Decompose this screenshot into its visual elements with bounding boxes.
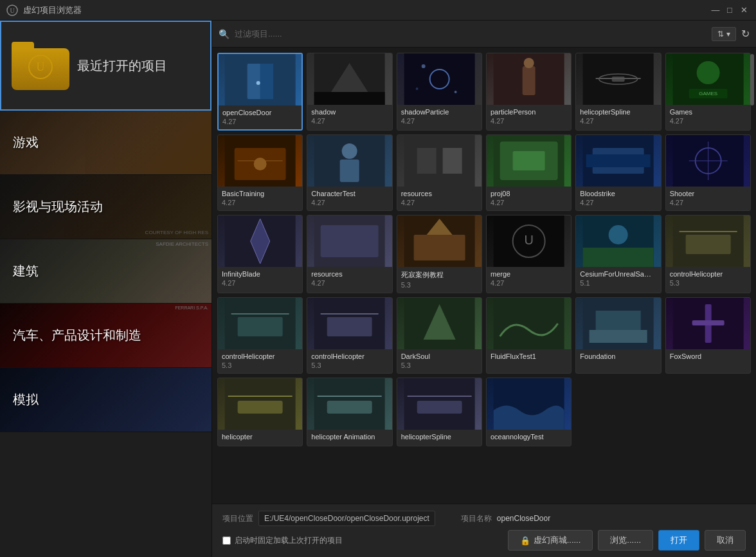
svg-point-14	[454, 91, 456, 93]
games-overlay: 游戏	[0, 111, 212, 174]
film-overlay: 影视与现场活动	[0, 175, 212, 239]
path-info-item: 项目位置 E:/UE4/openCloseDoor/openCloseDoor.…	[222, 511, 435, 526]
maximize-button[interactable]: □	[724, 5, 735, 16]
sidebar-item-arch[interactable]: SAFDIE ARCHITECTS 建筑	[0, 239, 212, 304]
project-thumb	[576, 135, 660, 187]
project-card-cesium[interactable]: CesiumForUnrealSamples 5.1	[575, 215, 661, 293]
search-icon: 🔍	[219, 29, 230, 39]
sidebar-item-arch-label: 建筑	[13, 262, 39, 280]
project-card-openclosedoor[interactable]: openCloseDoor 4.27	[217, 53, 303, 131]
path-label: 项目位置	[222, 513, 253, 524]
project-name: DarkSoul	[401, 352, 478, 360]
svg-rect-10	[314, 92, 385, 105]
project-card-infinityblade[interactable]: InfinityBlade 4.27	[217, 215, 303, 293]
project-card-charactertest[interactable]: CharacterTest 4.27	[307, 134, 392, 211]
project-thumb	[218, 135, 302, 187]
project-card-foxsword[interactable]: FoxSword	[665, 297, 751, 374]
project-card-shooter[interactable]: Shooter 4.27	[665, 134, 751, 211]
project-card-controlheli2[interactable]: controlHelicopter 5.3	[217, 297, 303, 374]
project-name: shadowParticle	[401, 108, 478, 116]
project-card-controlheli3[interactable]: controlHelicopter 5.3	[307, 297, 392, 374]
svg-rect-33	[340, 160, 359, 182]
store-button[interactable]: 🔒 虚幻商城......	[508, 530, 593, 551]
minimize-button[interactable]: —	[710, 5, 721, 16]
svg-rect-53	[413, 235, 465, 260]
project-info: merge 4.27	[487, 267, 571, 291]
project-grid: openCloseDoor 4.27 shadow 4.27 shadowPar…	[212, 48, 756, 504]
project-card-shadowparticle[interactable]: shadowParticle 4.27	[397, 53, 482, 131]
project-card-darksoul[interactable]: DarkSoul 5.3	[397, 297, 482, 374]
project-card-controlheli1[interactable]: controlHelicopter 5.3	[665, 215, 751, 293]
project-card-particleperson[interactable]: particlePerson 4.27	[486, 53, 572, 131]
sidebar-item-games[interactable]: 游戏	[0, 111, 212, 175]
svg-rect-59	[583, 248, 654, 267]
svg-text:U: U	[37, 60, 45, 73]
project-thumb: U	[487, 215, 571, 267]
project-name: helicopter	[222, 433, 298, 441]
bottom-bar: 项目位置 E:/UE4/openCloseDoor/openCloseDoor.…	[212, 504, 756, 557]
action-buttons: 🔒 虚幻商城...... 浏览...... 打开 取消	[508, 530, 746, 551]
project-card-bloodstrike[interactable]: Bloodstrike 4.27	[575, 134, 661, 211]
bottom-info: 项目位置 E:/UE4/openCloseDoor/openCloseDoor.…	[222, 511, 746, 526]
project-card-helicopterspline2[interactable]: helicopterSpline	[397, 378, 482, 446]
project-card-resources2[interactable]: resources 4.27	[307, 215, 392, 293]
project-card-resources[interactable]: resources 4.27	[397, 134, 482, 211]
sidebar-item-sim[interactable]: 模拟	[0, 368, 212, 432]
svg-rect-83	[327, 401, 372, 414]
svg-rect-17	[523, 66, 536, 95]
project-card-foundation[interactable]: Foundation	[575, 297, 661, 374]
svg-rect-39	[513, 151, 545, 170]
project-thumb	[487, 378, 571, 430]
sidebar-item-recent[interactable]: U 最近打开的项目	[0, 21, 212, 111]
project-name: proj08	[491, 190, 567, 197]
svg-text:U: U	[10, 7, 15, 14]
project-card-helicopter2[interactable]: helicopter	[217, 378, 303, 446]
search-input[interactable]	[235, 29, 706, 39]
refresh-button[interactable]: ↻	[741, 28, 750, 40]
project-card-oceannology[interactable]: oceannologyTest	[486, 378, 572, 446]
svg-rect-51	[321, 225, 379, 257]
project-name: resources	[311, 270, 388, 278]
svg-point-60	[609, 225, 628, 244]
close-button[interactable]: ✕	[738, 5, 750, 16]
project-card-shadow[interactable]: shadow 4.27	[307, 53, 392, 131]
project-name: Bloodstrike	[580, 190, 656, 197]
project-name: controlHelicopter	[311, 352, 388, 360]
scrollbar-track[interactable]	[750, 48, 755, 421]
svg-rect-11	[404, 53, 474, 105]
project-card-proj08[interactable]: proj08 4.27	[486, 134, 572, 211]
scrollbar-thumb[interactable]	[750, 54, 754, 105]
project-version: 4.27	[491, 199, 567, 206]
project-info: helicopterSpline	[397, 430, 482, 446]
project-thumb	[397, 298, 482, 349]
project-name: controlHelicopter	[670, 270, 746, 278]
project-card-helicopterspline[interactable]: helicopterSpline 4.27	[575, 53, 661, 131]
browse-button[interactable]: 浏览......	[598, 530, 653, 551]
project-card-basictraining[interactable]: BasicTraining 4.27	[217, 134, 303, 211]
project-name: Foundation	[580, 352, 656, 360]
sim-overlay: 模拟	[0, 368, 212, 432]
project-card-fluidflux[interactable]: FluidFluxTest1	[486, 297, 572, 374]
project-thumb	[218, 215, 302, 267]
project-card-helicopteranim[interactable]: helicopter Animation	[307, 378, 392, 446]
auto-overlay: 汽车、产品设计和制造	[0, 304, 212, 367]
cancel-button[interactable]: 取消	[705, 530, 746, 551]
project-name: CesiumForUnrealSamples	[580, 270, 656, 278]
project-card-case[interactable]: 死寂案例教程 5.3	[397, 215, 482, 293]
sort-button[interactable]: ⇅ ▾	[712, 27, 736, 41]
sidebar-item-auto[interactable]: FERRARI S.P.A. 汽车、产品设计和制造	[0, 304, 212, 368]
project-version: 4.27	[491, 117, 567, 125]
project-name: resources	[401, 190, 478, 197]
project-card-games[interactable]: GAMES Games 4.27	[665, 53, 751, 131]
project-card-merge[interactable]: U merge 4.27	[486, 215, 572, 293]
autoload-checkbox[interactable]	[222, 536, 231, 545]
project-version: 4.27	[311, 199, 388, 206]
sidebar-item-film[interactable]: COURTESY OF HIGH RES 影视与现场活动	[0, 175, 212, 239]
sidebar-item-games-label: 游戏	[13, 134, 39, 151]
open-button[interactable]: 打开	[658, 530, 699, 551]
svg-rect-75	[596, 311, 641, 330]
project-name: controlHelicopter	[222, 352, 298, 360]
project-thumb	[576, 298, 660, 349]
project-info: BasicTraining 4.27	[218, 187, 302, 210]
svg-text:U: U	[524, 233, 533, 247]
